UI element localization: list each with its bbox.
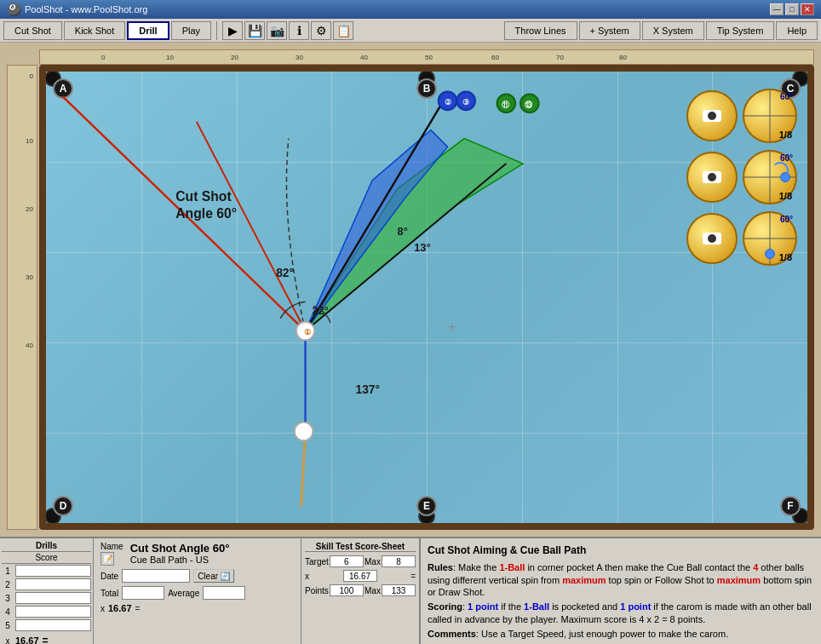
- total-input[interactable]: [122, 586, 164, 600]
- calc-value: 16.67: [108, 603, 132, 613]
- table-container: 0 10 20 30 40 50 60 70 80 0 10 20 30 40: [0, 43, 821, 537]
- ball-diagrams: 60° 1/8 60° 1/8: [686, 89, 797, 266]
- ball-pair-2: 60° 1/8: [686, 150, 797, 204]
- name-values: Cut Shot Angle 60° Cue Ball Path - US: [130, 542, 230, 565]
- tab-drill[interactable]: Drill: [127, 21, 169, 40]
- play-btn[interactable]: ▶: [222, 21, 243, 40]
- close-btn[interactable]: ✕: [801, 3, 814, 15]
- camera-btn[interactable]: 📷: [267, 21, 287, 40]
- tab-cutshot[interactable]: Cut Shot: [3, 21, 62, 40]
- date-input[interactable]: [122, 569, 190, 583]
- points-label: Points: [305, 586, 329, 595]
- drill-sub: Cue Ball Path - US: [130, 555, 230, 565]
- separator-1: [216, 21, 217, 40]
- max-value-1: 8: [382, 555, 416, 567]
- ruler-horizontal: 0 10 20 30 40 50 60 70 80: [39, 49, 814, 65]
- throw-lines-btn[interactable]: Throw Lines: [504, 21, 577, 40]
- info-panel: Name 📝 Cut Shot Angle 60° Cue Ball Path …: [94, 538, 301, 644]
- date-label: Date: [100, 572, 118, 581]
- desc-comments: Comments: Use a Target Speed, just enoug…: [428, 628, 814, 641]
- ball-3-crosshair: 60° 1/8: [743, 211, 797, 266]
- ball-2-crosshair: 60° 1/8: [743, 150, 797, 204]
- calc-x: x: [100, 604, 105, 613]
- app-icon: 🎱: [7, 3, 21, 16]
- skill-header: Skill Test Score-Sheet: [305, 542, 416, 552]
- score-row-5: 5: [2, 618, 91, 632]
- drill-name: Cut Shot Angle 60°: [130, 542, 230, 555]
- skill-test-panel: Skill Test Score-Sheet Target 6 Max 8 x …: [301, 538, 420, 644]
- desc-title: Cut Shot Aiming & Cue Ball Path: [428, 543, 814, 558]
- ball-2-solid: [686, 152, 738, 203]
- settings-btn[interactable]: ⚙: [311, 21, 331, 40]
- score-num-1: 1: [2, 566, 14, 576]
- minimize-btn[interactable]: —: [770, 3, 784, 15]
- spin-arc-1: [772, 162, 789, 179]
- score-box-2[interactable]: [15, 578, 91, 590]
- pocket-label-D: D: [53, 496, 73, 516]
- total-row: Total Average: [100, 586, 294, 600]
- save-btn[interactable]: 💾: [244, 21, 265, 40]
- grid-v-6: [617, 72, 618, 523]
- clear-button[interactable]: Clear 🔄: [193, 569, 234, 583]
- help-btn[interactable]: Help: [776, 21, 818, 40]
- x-system-btn[interactable]: X System: [642, 21, 704, 40]
- window-controls: — □ ✕: [770, 3, 814, 15]
- name-section: Name 📝: [100, 542, 123, 566]
- skill-x-row: x 16.67 =: [305, 570, 416, 582]
- score-total-row: x 16.67 =: [2, 634, 91, 644]
- ball-pair-3: 60° 1/8: [686, 211, 797, 266]
- x-label: x: [2, 636, 14, 645]
- skill-equal: =: [410, 572, 416, 581]
- score-row-2: 2: [2, 578, 91, 591]
- skill-target-row: Target 6 Max 8: [305, 555, 416, 567]
- score-row-4: 4: [2, 605, 91, 618]
- app-title: PoolShot - www.PoolShot.org: [25, 4, 770, 14]
- drills-header: Drills: [2, 540, 91, 552]
- desc-rules: Rules: Make the 1-Ball in corner pocket …: [428, 561, 814, 600]
- pocket-label-F: F: [780, 496, 801, 516]
- tab-play[interactable]: Play: [171, 21, 211, 40]
- grid-v-5: [522, 72, 523, 523]
- total-label: Total: [100, 589, 118, 598]
- tab-kickshot[interactable]: Kick Shot: [64, 21, 125, 40]
- skill-x-value: 16.67: [343, 570, 377, 582]
- clipboard-btn[interactable]: 📋: [333, 21, 353, 40]
- max-label-1: Max: [365, 557, 381, 566]
- score-num-3: 3: [2, 594, 14, 603]
- menu-bar: Cut Shot Kick Shot Drill Play ▶ 💾 📷 ℹ ⚙ …: [0, 19, 821, 43]
- title-bar: 🎱 PoolShot - www.PoolShot.org — □ ✕: [0, 0, 821, 19]
- pocket-label-B: B: [416, 78, 437, 99]
- calc-equal: =: [135, 604, 141, 613]
- score-num-4: 4: [2, 607, 14, 617]
- score-box-4[interactable]: [15, 606, 91, 618]
- blue-dot-2: [765, 249, 775, 259]
- skill-points-row: Points 100 Max 133: [305, 584, 416, 596]
- x-value: 16.67: [15, 635, 39, 644]
- ball-3-solid: [686, 213, 738, 264]
- grid-v-3: [331, 72, 332, 523]
- info-btn[interactable]: ℹ: [289, 21, 309, 40]
- score-num-2: 2: [2, 580, 14, 589]
- target-value: 6: [330, 555, 364, 567]
- pocket-label-E: E: [416, 496, 437, 516]
- grid-v-2: [237, 72, 238, 523]
- ball-pair-1: 60° 1/8: [686, 89, 797, 143]
- average-input[interactable]: [203, 586, 245, 600]
- score-row-3: 3: [2, 591, 91, 605]
- tip-system-btn[interactable]: Tip System: [706, 21, 775, 40]
- score-box-1[interactable]: [15, 565, 91, 577]
- score-box-5[interactable]: [15, 619, 91, 631]
- points-value: 100: [330, 584, 364, 596]
- score-row-1: 1: [2, 564, 91, 578]
- plus-system-btn[interactable]: + System: [579, 21, 640, 40]
- bottom-panel: Drills Score 1 2 3 4 5 x 16.67 =: [0, 537, 821, 644]
- score-box-3[interactable]: [15, 592, 91, 604]
- name-label: Name: [100, 542, 123, 551]
- pool-table[interactable]: A B C D E F Cut Shot Angle 60°: [39, 65, 814, 530]
- max-label-2: Max: [365, 586, 381, 595]
- name-icon[interactable]: 📝: [100, 552, 114, 566]
- grid-v-4: [427, 72, 428, 523]
- maximize-btn[interactable]: □: [785, 3, 799, 15]
- max-value-2: 133: [382, 584, 416, 596]
- score-num-5: 5: [2, 621, 14, 630]
